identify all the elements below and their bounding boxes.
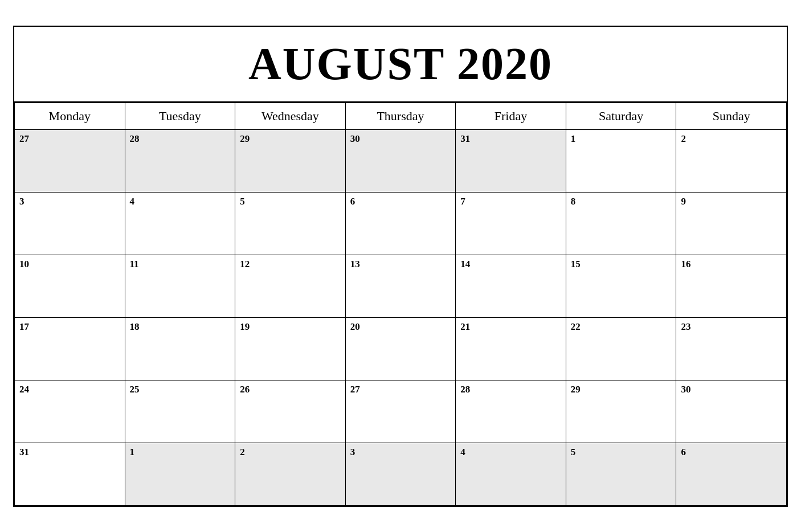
day-number: 21 xyxy=(460,321,470,332)
day-number: 2 xyxy=(681,133,686,144)
calendar-day-cell[interactable]: 5 xyxy=(566,443,676,505)
calendar-day-cell[interactable]: 1 xyxy=(125,443,235,505)
calendar-day-cell[interactable]: 6 xyxy=(345,192,456,255)
calendar-day-cell[interactable]: 18 xyxy=(125,317,235,380)
day-header-wednesday: Wednesday xyxy=(235,103,346,129)
calendar-day-cell[interactable]: 5 xyxy=(235,192,346,255)
calendar-day-cell[interactable]: 29 xyxy=(235,129,346,192)
day-number: 10 xyxy=(19,259,29,269)
calendar-day-cell[interactable]: 29 xyxy=(566,380,676,443)
calendar-day-cell[interactable]: 13 xyxy=(345,255,456,317)
calendar-day-cell[interactable]: 12 xyxy=(235,255,346,317)
calendar-day-cell[interactable]: 6 xyxy=(676,443,787,505)
calendar-day-cell[interactable]: 31 xyxy=(15,443,125,505)
day-number: 9 xyxy=(681,196,686,207)
day-number: 23 xyxy=(681,321,690,332)
day-number: 7 xyxy=(460,196,465,207)
day-number: 5 xyxy=(571,447,576,457)
day-number: 1 xyxy=(130,447,135,457)
day-number: 31 xyxy=(460,133,470,144)
calendar-week-row: 31123456 xyxy=(15,443,787,505)
day-number: 20 xyxy=(350,321,360,332)
day-number: 14 xyxy=(460,259,470,269)
day-number: 16 xyxy=(681,259,690,269)
day-number: 18 xyxy=(130,321,140,332)
day-number: 15 xyxy=(571,259,581,269)
calendar-day-cell[interactable]: 15 xyxy=(566,255,676,317)
day-header-saturday: Saturday xyxy=(566,103,676,129)
calendar-day-cell[interactable]: 27 xyxy=(15,129,125,192)
calendar-day-cell[interactable]: 22 xyxy=(566,317,676,380)
day-header-friday: Friday xyxy=(456,103,566,129)
calendar-week-row: 10111213141516 xyxy=(15,255,787,317)
calendar-grid: MondayTuesdayWednesdayThursdayFridaySatu… xyxy=(14,103,787,506)
day-number: 25 xyxy=(130,384,140,395)
calendar-day-cell[interactable]: 2 xyxy=(676,129,787,192)
day-number: 28 xyxy=(460,384,470,395)
calendar-day-cell[interactable]: 28 xyxy=(456,380,566,443)
calendar-week-row: 272829303112 xyxy=(15,129,787,192)
calendar-day-cell[interactable]: 24 xyxy=(15,380,125,443)
day-number: 27 xyxy=(350,384,360,395)
day-number: 3 xyxy=(19,196,24,207)
calendar-day-cell[interactable]: 10 xyxy=(15,255,125,317)
calendar-day-cell[interactable]: 31 xyxy=(456,129,566,192)
day-number: 31 xyxy=(19,447,29,457)
calendar-day-cell[interactable]: 8 xyxy=(566,192,676,255)
calendar-day-cell[interactable]: 1 xyxy=(566,129,676,192)
calendar-day-cell[interactable]: 4 xyxy=(125,192,235,255)
day-number: 24 xyxy=(19,384,29,395)
day-number: 12 xyxy=(240,259,250,269)
day-number: 2 xyxy=(240,447,245,457)
day-header-monday: Monday xyxy=(15,103,125,129)
day-number: 19 xyxy=(240,321,250,332)
calendar-day-cell[interactable]: 7 xyxy=(456,192,566,255)
day-number: 5 xyxy=(240,196,245,207)
calendar-day-cell[interactable]: 25 xyxy=(125,380,235,443)
calendar-day-cell[interactable]: 23 xyxy=(676,317,787,380)
calendar-day-cell[interactable]: 3 xyxy=(345,443,456,505)
day-number: 8 xyxy=(571,196,576,207)
day-number: 29 xyxy=(240,133,250,144)
calendar-day-cell[interactable]: 17 xyxy=(15,317,125,380)
day-header-tuesday: Tuesday xyxy=(125,103,235,129)
calendar-day-cell[interactable]: 27 xyxy=(345,380,456,443)
calendar-container: AUGUST 2020 MondayTuesdayWednesdayThursd… xyxy=(13,26,788,507)
day-number: 30 xyxy=(350,133,360,144)
calendar-week-row: 3456789 xyxy=(15,192,787,255)
calendar-title: AUGUST 2020 xyxy=(20,38,781,90)
calendar-day-cell[interactable]: 14 xyxy=(456,255,566,317)
calendar-day-cell[interactable]: 11 xyxy=(125,255,235,317)
day-headers-row: MondayTuesdayWednesdayThursdayFridaySatu… xyxy=(15,103,787,129)
day-number: 4 xyxy=(460,447,465,457)
calendar-day-cell[interactable]: 26 xyxy=(235,380,346,443)
calendar-day-cell[interactable]: 21 xyxy=(456,317,566,380)
day-number: 29 xyxy=(571,384,581,395)
calendar-header: AUGUST 2020 xyxy=(14,27,787,103)
day-number: 6 xyxy=(350,196,355,207)
day-number: 28 xyxy=(130,133,140,144)
day-number: 4 xyxy=(130,196,135,207)
calendar-week-row: 24252627282930 xyxy=(15,380,787,443)
calendar-day-cell[interactable]: 30 xyxy=(676,380,787,443)
calendar-day-cell[interactable]: 3 xyxy=(15,192,125,255)
day-number: 6 xyxy=(681,447,686,457)
day-number: 17 xyxy=(19,321,29,332)
calendar-day-cell[interactable]: 16 xyxy=(676,255,787,317)
calendar-week-row: 17181920212223 xyxy=(15,317,787,380)
day-number: 30 xyxy=(681,384,690,395)
day-header-sunday: Sunday xyxy=(676,103,787,129)
day-number: 13 xyxy=(350,259,360,269)
calendar-day-cell[interactable]: 30 xyxy=(345,129,456,192)
day-header-thursday: Thursday xyxy=(345,103,456,129)
day-number: 22 xyxy=(571,321,581,332)
calendar-day-cell[interactable]: 2 xyxy=(235,443,346,505)
day-number: 26 xyxy=(240,384,250,395)
calendar-day-cell[interactable]: 19 xyxy=(235,317,346,380)
calendar-day-cell[interactable]: 28 xyxy=(125,129,235,192)
day-number: 27 xyxy=(19,133,29,144)
day-number: 1 xyxy=(571,133,576,144)
calendar-day-cell[interactable]: 20 xyxy=(345,317,456,380)
calendar-day-cell[interactable]: 4 xyxy=(456,443,566,505)
calendar-day-cell[interactable]: 9 xyxy=(676,192,787,255)
